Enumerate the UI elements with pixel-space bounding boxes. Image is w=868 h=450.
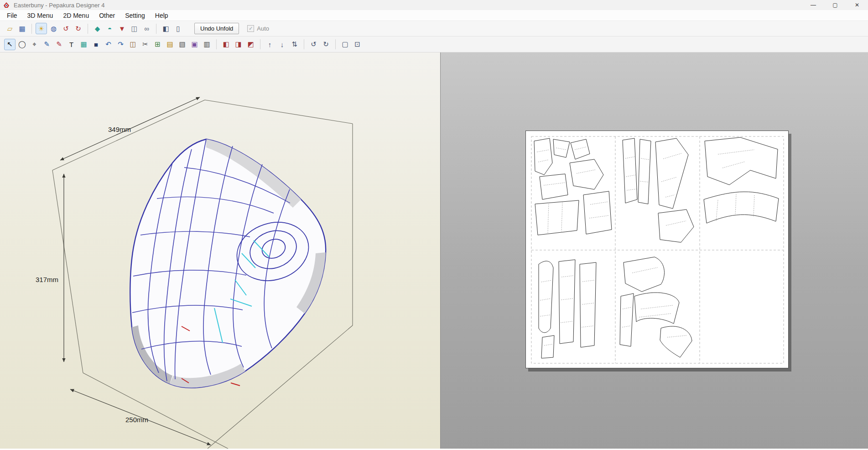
pattern-piece[interactable]	[655, 138, 688, 209]
menu-bar: File3D Menu2D MenuOtherSettingHelp	[0, 10, 868, 21]
maximize-button[interactable]: ▢	[824, 0, 846, 10]
toolbar-separator	[216, 39, 217, 49]
3d-viewport[interactable]: 349mm 317mm 250mm	[0, 52, 440, 449]
toolbar-separator	[31, 24, 32, 34]
depth-dimension-label: 250mm	[125, 416, 148, 424]
toolbar-tools: ↖◯⌖✎✎T▦■↶↷◫✂⊞▤▧▣▥◧◨◩↑↓⇅↺↻▢⊡	[0, 37, 868, 52]
window-title: Easterbuny - Pepakura Designer 4	[14, 2, 104, 9]
cylinder-display-icon[interactable]: ◓	[104, 23, 115, 34]
title-bar: Easterbuny - Pepakura Designer 4 —▢✕	[0, 0, 868, 10]
single-2d-view-icon[interactable]: ▯	[172, 23, 184, 34]
toolbar-separator	[88, 24, 88, 34]
toolbar-separator	[260, 39, 260, 49]
toolbar-main: ▱▦☀◍↺↻◆◓▼◫∞◧▯ Undo Unfold ✓ Auto	[0, 21, 868, 37]
app-icon	[3, 1, 10, 9]
pattern-piece[interactable]	[539, 261, 553, 333]
close-button[interactable]: ✕	[846, 0, 868, 10]
toolbar-main-icons: ▱▦☀◍↺↻◆◓▼◫∞◧▯	[4, 23, 184, 34]
pattern-piece[interactable]	[624, 257, 665, 292]
pattern-piece[interactable]	[623, 138, 637, 203]
window-controls: —▢✕	[802, 0, 868, 10]
undo-unfold-button[interactable]: Undo Unfold	[194, 23, 239, 34]
height-dimension-label: 317mm	[36, 276, 58, 283]
menu-other[interactable]: Other	[94, 10, 120, 21]
pattern-piece[interactable]	[705, 137, 778, 185]
texture-sphere-icon[interactable]: ◍	[48, 23, 59, 34]
pattern-piece[interactable]	[660, 326, 692, 357]
pattern-piece[interactable]	[559, 260, 575, 344]
rotate-piece-cw-icon[interactable]: ↻	[320, 39, 332, 50]
order-swap-icon[interactable]: ⇅	[289, 39, 300, 50]
rotate-view-left-icon[interactable]: ↺	[60, 23, 72, 34]
menu-setting[interactable]: Setting	[120, 10, 150, 21]
image-tool-icon[interactable]: ▦	[78, 39, 89, 50]
pattern-pieces	[534, 137, 779, 358]
circle-select-icon[interactable]: ◯	[16, 39, 28, 50]
auto-checkbox[interactable]: ✓	[247, 25, 254, 32]
link-faces-icon[interactable]: ∞	[141, 23, 152, 34]
page-columns-icon[interactable]: ◫	[129, 23, 140, 34]
edit-edge-icon[interactable]: ✎	[41, 39, 52, 50]
menu-help[interactable]: Help	[150, 10, 173, 21]
rotate-view-right-icon[interactable]: ↻	[73, 23, 84, 34]
pen-color-icon[interactable]: ✎	[53, 39, 65, 50]
main-content: 349mm 317mm 250mm	[0, 52, 868, 449]
save-icon[interactable]: ▦	[16, 23, 28, 34]
pattern-piece[interactable]	[540, 174, 568, 199]
move-part-icon[interactable]: ⌖	[29, 39, 40, 50]
width-dimension-label: 349mm	[108, 126, 131, 133]
plumb-line-icon[interactable]: ▼	[116, 23, 128, 34]
rotate-piece-ccw-icon[interactable]: ↺	[308, 39, 319, 50]
scissors-divide-icon[interactable]: ✂	[140, 39, 151, 50]
minimize-button[interactable]: —	[802, 0, 824, 10]
order-back-icon[interactable]: ↓	[276, 39, 288, 50]
open-file-icon[interactable]: ▱	[4, 23, 16, 34]
arrange-left-icon[interactable]: ◧	[220, 39, 232, 50]
pattern-piece[interactable]	[704, 192, 779, 223]
pattern-piece[interactable]	[553, 139, 570, 157]
pack-layout-icon[interactable]: ⊡	[352, 39, 363, 50]
toolbar-separator	[156, 24, 156, 34]
pattern-page[interactable]	[525, 131, 789, 368]
pattern-piece[interactable]	[634, 293, 679, 324]
pattern-piece[interactable]	[620, 293, 634, 346]
cone-display-icon[interactable]: ◆	[92, 23, 103, 34]
arrange-stack-icon[interactable]: ◨	[233, 39, 244, 50]
auto-checkbox-label: Auto	[257, 25, 269, 32]
toolbar-separator	[304, 39, 304, 49]
solid-box-icon[interactable]: ■	[90, 39, 102, 50]
2d-viewport[interactable]	[440, 52, 868, 449]
pattern-piece[interactable]	[541, 335, 554, 358]
toolbar-separator	[335, 39, 336, 49]
pattern-piece[interactable]	[638, 139, 651, 204]
select-arrow-icon[interactable]: ↖	[4, 39, 16, 50]
pattern-piece[interactable]	[535, 200, 579, 235]
export-sheet-icon[interactable]: ▧	[177, 39, 188, 50]
split-view-icon[interactable]: ◧	[160, 23, 172, 34]
redo-icon[interactable]: ↷	[115, 39, 126, 50]
text-tool-icon[interactable]: T	[66, 39, 77, 50]
menu-file[interactable]: File	[2, 10, 22, 21]
pattern-piece[interactable]	[534, 138, 552, 175]
pattern-piece[interactable]	[571, 139, 590, 159]
pattern-piece[interactable]	[580, 262, 596, 347]
pattern-piece[interactable]	[570, 159, 603, 189]
package-parts-icon[interactable]: ▣	[189, 39, 200, 50]
book-mirror-icon[interactable]: ◫	[127, 39, 139, 50]
flap-config-icon[interactable]: ▤	[164, 39, 176, 50]
frame-select-icon[interactable]: ▢	[339, 39, 351, 50]
print-icon[interactable]: ▥	[201, 39, 213, 50]
menu-2d[interactable]: 2D Menu	[58, 10, 94, 21]
3d-model[interactable]	[130, 139, 326, 387]
pattern-piece[interactable]	[583, 191, 612, 234]
arrange-fit-icon[interactable]: ◩	[245, 39, 256, 50]
undo-icon[interactable]: ↶	[103, 39, 114, 50]
light-toggle-icon[interactable]: ☀	[36, 23, 47, 34]
menu-3d[interactable]: 3D Menu	[22, 10, 58, 21]
pattern-piece[interactable]	[658, 209, 694, 242]
order-front-icon[interactable]: ↑	[264, 39, 275, 50]
merge-face-icon[interactable]: ⊞	[152, 39, 163, 50]
auto-checkbox-group[interactable]: ✓ Auto	[247, 25, 269, 32]
